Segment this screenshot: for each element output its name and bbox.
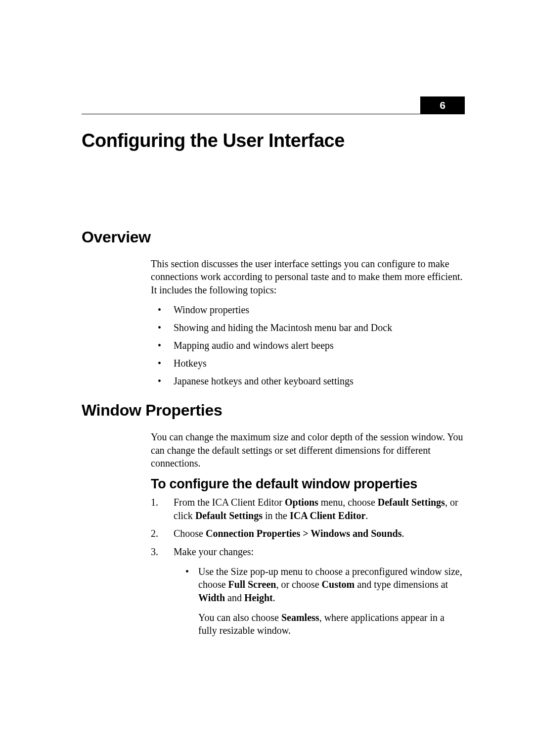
overview-heading: Overview	[82, 228, 465, 246]
bold-run: ICA Client Editor	[290, 510, 365, 521]
text-run: You can also choose	[198, 612, 281, 623]
overview-topics-list: Window properties Showing and hiding the…	[151, 303, 465, 387]
document-page: 6 Configuring the User Interface Overvie…	[0, 0, 534, 694]
steps-block: From the ICA Client Editor Options menu,…	[151, 496, 465, 637]
overview-intro: This section discusses the user interfac…	[151, 257, 465, 296]
text-run: in the	[263, 510, 290, 521]
text-run: .	[402, 528, 404, 539]
header-rule	[82, 114, 465, 114]
step-item: Make your changes: Use the Size pop-up m…	[151, 545, 465, 637]
nested-bullets: Use the Size pop-up menu to choose a pre…	[174, 565, 465, 637]
text-run: .	[273, 592, 275, 603]
text-run: , or choose	[276, 579, 321, 590]
list-item: Window properties	[151, 303, 465, 316]
text-run: menu, choose	[318, 497, 378, 508]
overview-body: This section discusses the user interfac…	[151, 257, 465, 387]
chapter-number: 6	[440, 99, 445, 111]
configure-default-subheading: To configure the default window properti…	[151, 476, 465, 492]
bold-run: Height	[244, 592, 273, 603]
chapter-number-badge: 6	[420, 96, 465, 114]
list-item: Japanese hotkeys and other keyboard sett…	[151, 375, 465, 387]
window-properties-body: You can change the maximum size and colo…	[151, 430, 465, 470]
steps-list: From the ICA Client Editor Options menu,…	[151, 496, 465, 637]
bold-run: Width	[198, 592, 225, 603]
step-item: Choose Connection Properties > Windows a…	[151, 527, 465, 540]
text-run: Choose	[174, 528, 206, 539]
list-item: Showing and hiding the Macintosh menu ba…	[151, 321, 465, 334]
bold-run: Full Screen	[228, 579, 276, 590]
bold-run: Connection Properties > Windows and Soun…	[206, 528, 402, 539]
step-item: From the ICA Client Editor Options menu,…	[151, 496, 465, 522]
bold-run: Custom	[322, 579, 355, 590]
follow-paragraph: You can also choose Seamless, where appl…	[198, 611, 465, 637]
chapter-title: Configuring the User Interface	[82, 130, 465, 151]
text-run: and type dimensions at	[355, 579, 448, 590]
text-run: and	[225, 592, 244, 603]
bold-run: Default Settings	[195, 510, 263, 521]
list-item: Mapping audio and windows alert beeps	[151, 339, 465, 352]
text-run: Make your changes:	[174, 546, 254, 557]
list-item: Hotkeys	[151, 357, 465, 370]
bold-run: Seamless	[281, 612, 319, 623]
window-properties-heading: Window Properties	[82, 401, 465, 420]
text-run: .	[365, 510, 368, 521]
text-run: From the ICA Client Editor	[174, 497, 285, 508]
window-properties-intro: You can change the maximum size and colo…	[151, 430, 465, 470]
list-item: Use the Size pop-up menu to choose a pre…	[174, 565, 465, 637]
bold-run: Default Settings	[378, 497, 445, 508]
bold-run: Options	[285, 497, 318, 508]
